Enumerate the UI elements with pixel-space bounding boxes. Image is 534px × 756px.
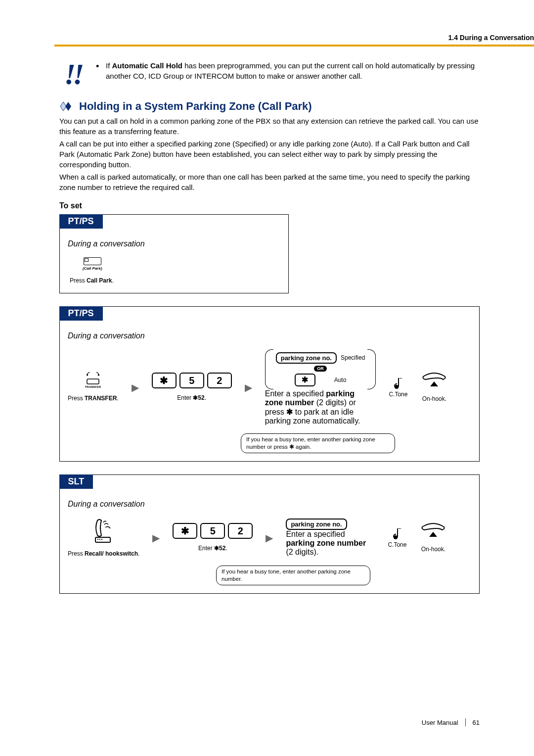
section-title: Holding in a System Parking Zone (Call P…	[79, 100, 312, 113]
key-2: 2	[207, 373, 232, 388]
svg-rect-9	[97, 539, 98, 540]
arrow-right-icon: ▶	[132, 381, 139, 393]
svg-point-6	[395, 385, 399, 389]
or-pill: OR	[314, 366, 327, 372]
ctone-label: C.Tone	[389, 391, 407, 399]
key-star: ✱	[295, 374, 315, 386]
step-onhook: On-hook.	[419, 522, 447, 554]
note-icon	[391, 526, 403, 541]
step-recall: Press Recall/ hookswitch.	[68, 518, 139, 558]
key-5: 5	[179, 373, 204, 388]
note-text: If Automatic Call Hold has been preprogr…	[96, 60, 480, 86]
note-icon	[392, 376, 404, 391]
key-star: ✱	[173, 523, 197, 539]
svg-rect-4	[87, 379, 99, 384]
t: ✱52	[214, 545, 225, 552]
svg-point-12	[394, 535, 398, 539]
callpark-button-icon	[84, 257, 101, 265]
t: .	[205, 394, 206, 401]
footer-divider	[465, 718, 466, 726]
step-zone: parking zone no.Specified OR ✱Auto Enter…	[265, 349, 376, 425]
t: Recall/ hookswitch	[85, 550, 138, 557]
phone-recall-icon	[90, 518, 117, 544]
transfer-icon: TRANSFER	[81, 372, 105, 389]
box-tab: PT/PS	[59, 214, 103, 229]
page: 1.4 During a Conversation !! If Automati…	[0, 0, 534, 756]
zone-bracket: parking zone no.Specified OR ✱Auto	[265, 349, 376, 389]
svg-rect-10	[99, 539, 100, 540]
parking-zone-label: parking zone no.	[286, 519, 347, 530]
busy-note: If you hear a busy tone, enter another p…	[216, 566, 370, 585]
footer-page: 61	[473, 719, 480, 726]
t: (2 digits).	[286, 548, 318, 556]
phone-onhook-icon	[420, 372, 448, 389]
step-onhook: On-hook.	[420, 372, 448, 403]
subheading-to-set: To set	[59, 201, 480, 210]
phone-onhook-icon	[419, 522, 447, 540]
key-2: 2	[228, 523, 253, 539]
box-subtitle: During a conversation	[68, 500, 471, 509]
t: Enter	[198, 545, 214, 552]
busy-note: If you hear a busy tone, enter another p…	[241, 433, 395, 453]
flow-row: TRANSFER Press TRANSFER. ▶ ✱ 5 2 Enter ✱…	[68, 349, 471, 425]
t: Enter	[177, 394, 193, 401]
cap-suffix: .	[112, 277, 113, 284]
specified-label: Specified	[341, 354, 365, 361]
step-ctone: C.Tone	[388, 526, 406, 549]
svg-rect-11	[101, 539, 102, 540]
exclamation-icon: !!	[59, 60, 86, 86]
box-subtitle: During a conversation	[68, 331, 471, 340]
key-5: 5	[200, 523, 225, 539]
step-keys: ✱ 5 2 Enter ✱52.	[173, 523, 253, 553]
parking-zone-label: parking zone no.	[276, 352, 337, 364]
intro-2: A call can be put into either a specifie…	[59, 139, 480, 170]
box-tab: PT/PS	[59, 306, 103, 321]
t: Press	[68, 395, 85, 402]
keys: ✱ 5 2	[152, 373, 232, 388]
section-header: 1.4 During a Conversation	[448, 34, 534, 42]
svg-marker-7	[430, 381, 438, 386]
procedure-box-slt: SLT During a conversation Press Recall/ …	[59, 474, 480, 594]
cap-bold: Call Park	[87, 277, 112, 284]
t: parking zone number	[286, 539, 366, 547]
top-rule: 1.4 During a Conversation	[54, 45, 534, 47]
auto-label: Auto	[334, 377, 347, 383]
callpark-label: (Call Park)	[83, 266, 102, 271]
t: ✱52	[193, 394, 204, 401]
intro-3: When a call is parked automatically, or …	[59, 172, 480, 192]
flow-row: Press Recall/ hookswitch. ▶ ✱ 5 2 Enter …	[68, 518, 471, 558]
procedure-box-ptps-callpark: PT/PS During a conversation (Call Park) …	[59, 214, 289, 293]
diamond-icon	[59, 101, 74, 112]
keys: ✱ 5 2	[173, 523, 253, 539]
footer-doc: User Manual	[422, 719, 458, 726]
heading-row: Holding in a System Parking Zone (Call P…	[59, 100, 480, 113]
t: Enter a specified	[265, 389, 326, 398]
key-star: ✱	[152, 373, 177, 388]
svg-text:TRANSFER: TRANSFER	[85, 385, 101, 388]
svg-marker-1	[65, 102, 71, 111]
note-bold: Automatic Call Hold	[112, 61, 183, 70]
step-zone: parking zone no. Enter a specified parki…	[286, 519, 375, 557]
onhook-label: On-hook.	[421, 546, 445, 554]
t: Enter a specified	[286, 530, 345, 538]
page-footer: User Manual 61	[422, 718, 480, 726]
cap-prefix: Press	[70, 277, 87, 284]
step-keys: ✱ 5 2 Enter ✱52.	[152, 373, 232, 402]
button-callpark: (Call Park)	[83, 257, 102, 271]
ctone-label: C.Tone	[388, 541, 406, 549]
t: .	[225, 545, 227, 552]
arrow-right-icon: ▶	[245, 381, 252, 393]
note-prefix: If	[106, 61, 112, 70]
intro-1: You can put a call on hold in a common p…	[59, 116, 480, 137]
procedure-box-ptps-transfer: PT/PS During a conversation TRANSFER Pre…	[59, 306, 480, 462]
box-tab: SLT	[59, 474, 93, 489]
t: TRANSFER	[85, 395, 117, 402]
step-transfer: TRANSFER Press TRANSFER.	[68, 372, 119, 403]
onhook-label: On-hook.	[422, 395, 446, 403]
t: .	[117, 395, 118, 402]
important-note: !! If Automatic Call Hold has been prepr…	[59, 60, 480, 86]
box-subtitle: During a conversation	[68, 239, 280, 248]
arrow-right-icon: ▶	[266, 532, 273, 544]
step-ctone: C.Tone	[389, 376, 407, 399]
t: Press	[68, 550, 85, 557]
